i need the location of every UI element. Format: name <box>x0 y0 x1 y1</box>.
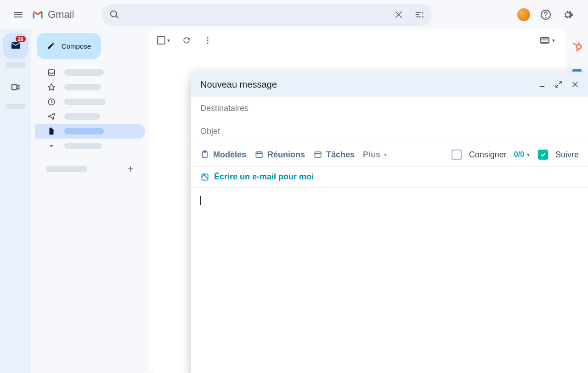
compose-dialog: Nouveau message Modèles <box>191 72 588 373</box>
clock-icon <box>47 98 56 106</box>
mail-badge: 26 <box>16 36 26 42</box>
recipients-input[interactable] <box>200 104 579 113</box>
rail-mail[interactable]: 26 <box>3 33 28 59</box>
chevron-down-icon: ▼ <box>526 152 531 157</box>
refresh-icon <box>182 36 191 45</box>
svg-point-10 <box>573 43 575 45</box>
search-input[interactable] <box>124 11 389 19</box>
svg-point-5 <box>207 37 208 39</box>
gmail-label: Gmail <box>48 9 74 21</box>
hs-log-label: Consigner <box>469 150 507 160</box>
hs-log-checkbox[interactable] <box>452 150 462 160</box>
header: Gmail <box>0 0 588 29</box>
chevron-down-icon: ▼ <box>166 38 171 43</box>
clipboard-icon <box>200 150 209 159</box>
hs-track-label: Suivre <box>555 150 579 160</box>
chevron-down-icon: ▼ <box>383 152 388 157</box>
rail-meet[interactable] <box>3 74 28 100</box>
recipients-field[interactable] <box>191 97 588 120</box>
file-icon <box>47 127 56 135</box>
help-icon <box>540 9 551 20</box>
nav <box>35 65 145 153</box>
hubspot-panel-button[interactable] <box>568 38 586 56</box>
left-rail: 26 <box>0 29 31 373</box>
pencil-icon <box>47 41 55 51</box>
nav-label-skeleton <box>64 143 102 149</box>
add-label-button[interactable] <box>123 161 138 176</box>
clear-search-button[interactable] <box>389 5 409 25</box>
compose-ai-icon <box>200 173 209 182</box>
video-icon <box>11 82 21 92</box>
hs-log-count[interactable]: 0/0 ▼ <box>514 150 531 159</box>
svg-point-7 <box>207 42 208 44</box>
plus-icon <box>126 164 135 173</box>
hs-track-checkbox[interactable] <box>538 150 548 160</box>
nav-inbox[interactable] <box>35 65 145 80</box>
input-tool-button[interactable]: ▼ <box>540 37 556 44</box>
close-icon <box>571 80 579 89</box>
nav-drafts[interactable] <box>35 124 145 139</box>
compose-button[interactable]: Compose <box>37 33 101 59</box>
ai-write-button[interactable]: Écrire un e-mail pour moi <box>200 172 579 182</box>
expand-icon <box>554 80 563 89</box>
compose-label: Compose <box>62 42 91 50</box>
nav-starred[interactable] <box>35 80 145 95</box>
compose-body[interactable] <box>191 188 588 373</box>
inbox-icon <box>47 68 56 77</box>
header-right <box>514 6 584 24</box>
rail-label-skeleton <box>6 62 26 68</box>
svg-rect-16 <box>315 152 321 157</box>
nav-label-skeleton <box>64 69 104 76</box>
star-icon <box>47 83 56 91</box>
sparkle-button[interactable] <box>514 6 533 24</box>
send-icon <box>47 112 56 121</box>
refresh-button[interactable] <box>178 32 195 49</box>
main-menu-button[interactable] <box>7 4 29 26</box>
gmail-logo[interactable]: Gmail <box>31 8 74 21</box>
nav-label-skeleton <box>64 84 101 90</box>
menu-icon <box>13 9 24 20</box>
hs-templates[interactable]: Modèles <box>200 150 246 160</box>
svg-point-1 <box>546 17 546 18</box>
keyboard-icon <box>540 37 549 44</box>
svg-point-9 <box>578 42 580 44</box>
hubspot-icon <box>571 41 582 52</box>
subject-field[interactable] <box>191 120 588 143</box>
svg-rect-17 <box>202 174 208 180</box>
gmail-icon <box>31 8 44 21</box>
gear-icon <box>562 9 573 20</box>
compose-title: Nouveau message <box>200 79 277 90</box>
search-bar[interactable] <box>102 4 432 26</box>
minimize-button[interactable] <box>535 77 549 92</box>
search-icon[interactable] <box>104 5 124 25</box>
hs-tasks[interactable]: Tâches <box>313 150 355 160</box>
check-icon <box>540 151 546 158</box>
checkbox-icon <box>157 36 165 45</box>
sidebar: Compose <box>31 29 149 373</box>
nav-sent[interactable] <box>35 109 145 124</box>
hs-meetings[interactable]: Réunions <box>254 150 305 160</box>
sparkle-icon <box>517 8 530 21</box>
nav-label-skeleton <box>64 99 106 105</box>
settings-button[interactable] <box>559 6 577 24</box>
search-options-button[interactable] <box>409 5 430 25</box>
select-all[interactable]: ▼ <box>154 33 174 47</box>
compose-header: Nouveau message <box>191 72 588 97</box>
text-cursor <box>200 196 201 205</box>
nav-more[interactable] <box>35 139 145 153</box>
subject-input[interactable] <box>200 127 579 136</box>
more-vert-icon <box>203 36 212 45</box>
svg-rect-2 <box>12 85 17 90</box>
nav-label-skeleton <box>64 128 104 134</box>
nav-snoozed[interactable] <box>35 95 145 109</box>
rail-label-skeleton-2 <box>6 104 26 109</box>
hs-more[interactable]: Plus ▼ <box>363 150 388 160</box>
fullscreen-button[interactable] <box>551 77 566 92</box>
more-button[interactable] <box>199 32 216 49</box>
minimize-icon <box>538 80 546 89</box>
hubspot-toolbar: Modèles Réunions Tâches Plus ▼ Consigner… <box>191 143 588 167</box>
close-button[interactable] <box>568 77 582 92</box>
labels-row <box>35 158 145 180</box>
support-button[interactable] <box>537 6 555 24</box>
calendar-small-icon <box>254 150 264 159</box>
